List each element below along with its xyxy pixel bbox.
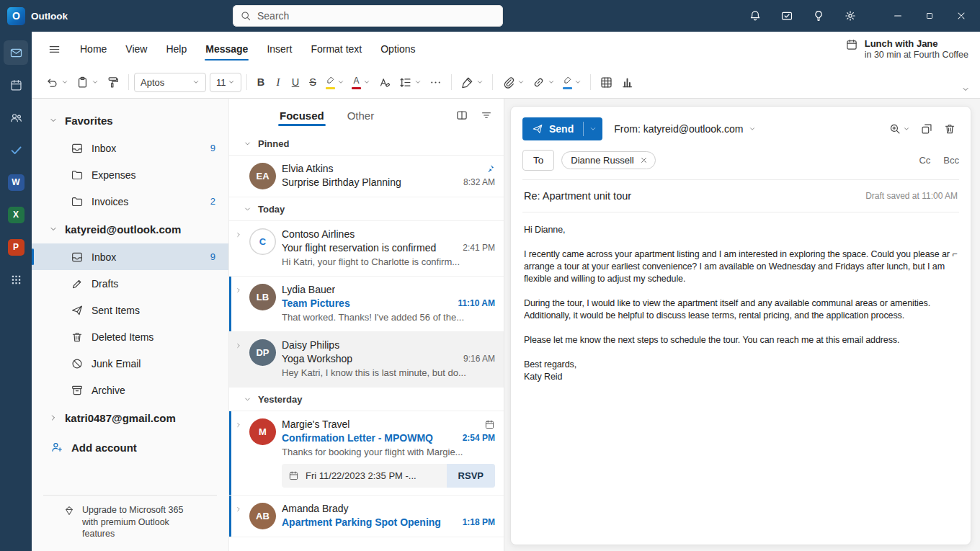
- compose-toolbar-icons: [886, 120, 959, 138]
- undo-button[interactable]: [42, 71, 72, 93]
- search-box[interactable]: [233, 5, 503, 27]
- notifications-button[interactable]: [739, 0, 771, 32]
- to-button[interactable]: To: [522, 150, 554, 171]
- rail-word-button[interactable]: W: [4, 170, 28, 194]
- rail-calendar-button[interactable]: [4, 73, 28, 97]
- insert-chart-button[interactable]: [617, 71, 638, 93]
- settings-button[interactable]: [834, 0, 866, 32]
- ribbon-tab-home[interactable]: Home: [73, 38, 114, 60]
- bold-button[interactable]: B: [252, 71, 270, 93]
- folder-section-katyreid-outlook-com[interactable]: katyreid@outlook.com: [32, 215, 228, 243]
- bcc-button[interactable]: Bcc: [943, 155, 959, 166]
- highlight-color-button[interactable]: [321, 71, 348, 93]
- titlebar-actions: [739, 0, 980, 32]
- message-item[interactable]: DPDaisy PhilipsYoga Workshop9:16 AMHey K…: [229, 332, 504, 388]
- ribbon-tab-view[interactable]: View: [118, 38, 154, 60]
- pen-tools-button[interactable]: [457, 71, 487, 93]
- folder-section-katri0487-gmail-com[interactable]: katri0487@gmail.com: [32, 403, 228, 432]
- italic-button[interactable]: I: [270, 71, 287, 93]
- send-options-button[interactable]: [584, 117, 602, 140]
- collapse-ribbon-button[interactable]: [961, 85, 970, 94]
- message-item[interactable]: EAElvia AtkinsSurprise Birthday Planning…: [229, 156, 504, 197]
- search-input[interactable]: [257, 10, 496, 22]
- formatting-toolbar: Aptos 11 B I U S A: [32, 66, 980, 99]
- folder-inbox[interactable]: Inbox9: [32, 243, 228, 270]
- insert-link-button[interactable]: [528, 71, 558, 93]
- tips-button[interactable]: [803, 0, 834, 32]
- recipient-chip[interactable]: Dianne Russell: [561, 151, 655, 169]
- folder-section-favorites[interactable]: Favorites: [32, 106, 228, 135]
- from-selector[interactable]: From: katyreid@outlook.com: [614, 123, 756, 135]
- rail-apps-button[interactable]: [4, 267, 28, 292]
- message-item[interactable]: ABAmanda BradyApartment Parking Spot Ope…: [229, 496, 504, 537]
- ribbon-tab-insert[interactable]: Insert: [259, 38, 299, 60]
- expand-thread-button[interactable]: [233, 502, 244, 529]
- font-color-button[interactable]: A: [348, 71, 374, 93]
- zoom-button[interactable]: [886, 120, 913, 138]
- message-item[interactable]: CContoso AirlinesYour flight reservation…: [229, 221, 504, 277]
- ribbon-tab-message[interactable]: Message: [198, 38, 255, 60]
- expand-thread-button[interactable]: [233, 339, 244, 380]
- paste-button[interactable]: [72, 71, 102, 93]
- rail-excel-button[interactable]: X: [4, 202, 28, 227]
- folder-invoices[interactable]: Invoices2: [32, 188, 228, 215]
- strikethrough-button[interactable]: S: [304, 71, 321, 93]
- window-close-button[interactable]: [945, 0, 977, 32]
- ribbon-tab-format-text[interactable]: Format text: [303, 38, 369, 60]
- folder-sent-items[interactable]: Sent Items: [32, 297, 228, 323]
- rail-people-button[interactable]: [4, 105, 28, 130]
- folder-deleted-items[interactable]: Deleted Items: [32, 323, 228, 350]
- discard-draft-button[interactable]: [940, 120, 959, 138]
- chevron-down-icon: [517, 79, 525, 86]
- rail-powerpoint-button[interactable]: P: [4, 235, 28, 259]
- line-spacing-button[interactable]: [395, 71, 425, 93]
- expand-thread-button[interactable]: [233, 418, 244, 488]
- folder-inbox[interactable]: Inbox9: [32, 135, 228, 161]
- tab-other[interactable]: Other: [346, 103, 376, 128]
- more-formatting-button[interactable]: [425, 71, 446, 93]
- view-settings-button[interactable]: [453, 107, 471, 124]
- format-painter-button[interactable]: [102, 71, 123, 93]
- message-item[interactable]: MMargie's TravelConfirmation Letter - MP…: [229, 411, 504, 496]
- folder-expenses[interactable]: Expenses: [32, 161, 228, 188]
- folder-archive[interactable]: Archive: [32, 377, 228, 403]
- rsvp-button[interactable]: RSVP: [447, 464, 495, 488]
- rail-to-do-button[interactable]: [4, 138, 28, 162]
- expand-thread-button[interactable]: [233, 228, 244, 269]
- window-minimize-button[interactable]: [882, 0, 914, 32]
- clear-formatting-button[interactable]: [374, 71, 395, 93]
- attach-file-button[interactable]: [498, 71, 528, 93]
- underline-button[interactable]: U: [287, 71, 304, 93]
- cc-button[interactable]: Cc: [919, 155, 930, 166]
- group-header-yesterday[interactable]: Yesterday: [229, 388, 504, 411]
- window-maximize-button[interactable]: [914, 0, 945, 32]
- filter-button[interactable]: [478, 107, 495, 124]
- drafts-icon: [71, 277, 84, 290]
- message-item[interactable]: LBLydia BauerTeam Pictures11:10 AMThat w…: [229, 277, 504, 332]
- upgrade-promo[interactable]: Upgrade to Microsoft 365 with premium Ou…: [32, 503, 228, 551]
- tab-focused[interactable]: Focused: [278, 103, 326, 128]
- font-size-select[interactable]: 11: [210, 73, 241, 92]
- whats-new-button[interactable]: [771, 0, 803, 32]
- rail-mail-button[interactable]: [4, 40, 28, 65]
- subject-field[interactable]: Re: Apartment unit tour: [524, 190, 631, 202]
- meeting-reminder[interactable]: Lunch with Jane in 30 min at Fourth Coff…: [845, 38, 968, 60]
- folder-drafts[interactable]: Drafts: [32, 270, 228, 297]
- ribbon-tab-options[interactable]: Options: [373, 38, 422, 60]
- folder-icon: [71, 195, 84, 208]
- ink-highlighter-button[interactable]: [558, 71, 585, 93]
- open-new-window-button[interactable]: [917, 120, 936, 138]
- insert-table-button[interactable]: [596, 71, 617, 93]
- group-header-today[interactable]: Today: [229, 197, 504, 221]
- group-header-pinned[interactable]: Pinned: [229, 132, 504, 156]
- message-body-editor[interactable]: Hi Dianne,I recently came across your ap…: [522, 212, 959, 545]
- nav-menu-button[interactable]: [48, 42, 61, 56]
- remove-recipient-icon[interactable]: [639, 156, 649, 165]
- folder-junk-email[interactable]: Junk Email: [32, 350, 228, 377]
- send-button[interactable]: Send: [522, 117, 602, 140]
- expand-thread-button[interactable]: [233, 283, 244, 324]
- font-name-select[interactable]: Aptos: [134, 73, 206, 92]
- pen-icon: [460, 76, 474, 89]
- ribbon-tab-help[interactable]: Help: [159, 38, 194, 60]
- add-account-button[interactable]: Add account: [32, 432, 228, 462]
